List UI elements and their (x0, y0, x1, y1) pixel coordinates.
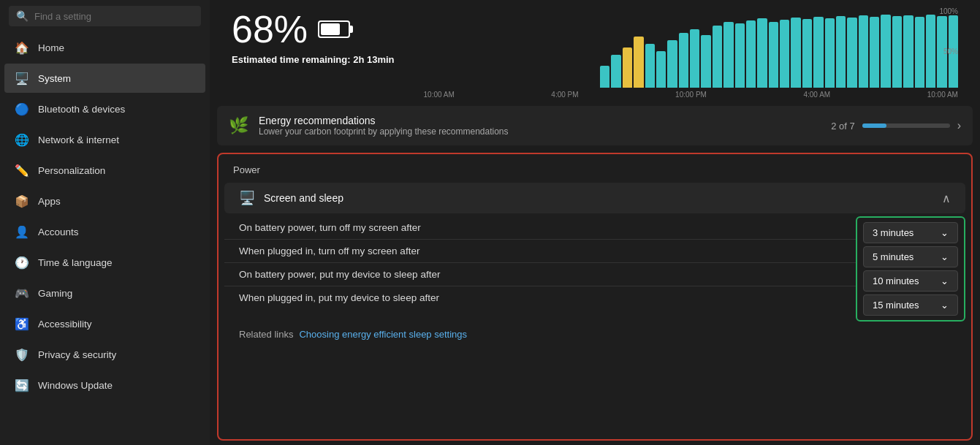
chart-bar-5 (656, 51, 666, 88)
battery-section: 68% Estimated time remaining: 2h 13min 1… (210, 0, 980, 106)
estimated-time: Estimated time remaining: 2h 13min (232, 54, 395, 65)
sidebar-item-system[interactable]: 🖥️ System (4, 64, 205, 93)
sidebar-item-time[interactable]: 🕐 Time & language (4, 248, 205, 277)
chart-y-label-50: 50% (943, 47, 958, 56)
dropdown-chevron-3: ⌄ (941, 275, 949, 286)
accessibility-icon: ♿ (15, 316, 29, 331)
chart-bar-3 (634, 37, 643, 88)
chart-bar-6 (667, 40, 677, 88)
energy-recommendations-row[interactable]: 🌿 Energy recommendations Lower your carb… (217, 106, 973, 145)
battery-screen-dropdown[interactable]: 3 minutes ⌄ (863, 222, 958, 243)
battery-sleep-dropdown[interactable]: 10 minutes ⌄ (863, 270, 958, 292)
chart-label-1: 10:00 AM (424, 91, 455, 99)
plugged-screen-dropdown-value: 5 minutes (873, 251, 913, 262)
apps-icon: 📦 (15, 194, 29, 208)
battery-screen-label: On battery power, turn off my screen aft… (239, 222, 841, 233)
system-icon: 🖥️ (15, 71, 29, 85)
sidebar-item-update[interactable]: 🔄 Windows Update (4, 370, 205, 400)
chart-label-4: 4:00 AM (803, 91, 830, 99)
energy-rec-right: 2 of 7 › (831, 119, 961, 132)
time-icon: 🕐 (15, 255, 29, 270)
sidebar-item-accounts[interactable]: 👤 Accounts (4, 217, 205, 246)
chart-bar-25 (881, 15, 890, 88)
chart-bar-11 (723, 22, 733, 88)
battery-percent-value: 68% (232, 7, 308, 51)
sidebar-item-label: Home (38, 42, 64, 53)
sidebar-item-label: Windows Update (38, 380, 113, 391)
chart-label-5: 10:00 AM (927, 91, 958, 99)
battery-chart-area: 100% 50% 10:00 AM 4:00 PM 10:00 PM 4:00 … (424, 7, 958, 99)
energy-rec-title: Energy recommendations (259, 115, 821, 126)
sidebar-item-network[interactable]: 🌐 Network & internet (4, 125, 205, 154)
energy-progress-bar (862, 123, 950, 128)
chart-bar-23 (859, 15, 868, 88)
chart-bar-28 (915, 17, 924, 88)
sidebar-item-personalization[interactable]: ✏️ Personalization (4, 156, 205, 185)
sidebar-item-label: Personalization (38, 165, 105, 176)
sleep-labels-column: On battery power, turn off my screen aft… (224, 216, 856, 322)
sidebar-item-label: Network & internet (38, 134, 119, 145)
privacy-icon: 🛡️ (15, 347, 29, 362)
sleep-options-container: On battery power, turn off my screen aft… (219, 213, 971, 350)
network-icon: 🌐 (15, 132, 29, 147)
sidebar: 🔍 🏠 Home 🖥️ System 🔵 Bluetooth & devices… (0, 0, 210, 445)
dropdown-chevron-1: ⌄ (941, 227, 949, 238)
sidebar-item-accessibility[interactable]: ♿ Accessibility (4, 309, 205, 338)
chart-bar-13 (746, 20, 756, 88)
sleep-row-battery-screen: On battery power, turn off my screen aft… (224, 216, 856, 240)
update-icon: 🔄 (15, 378, 29, 392)
plugged-sleep-dropdown-value: 15 minutes (873, 300, 919, 311)
chart-bar-12 (735, 23, 745, 88)
related-links-link[interactable]: Choosing energy efficient sleep settings (299, 329, 467, 340)
sidebar-item-apps[interactable]: 📦 Apps (4, 186, 205, 216)
screen-sleep-row[interactable]: 🖥️ Screen and sleep ∧ (224, 183, 965, 213)
accounts-icon: 👤 (15, 224, 29, 239)
chart-bar-21 (836, 16, 846, 88)
sidebar-item-home[interactable]: 🏠 Home (4, 33, 205, 62)
screen-sleep-label: Screen and sleep (264, 192, 933, 204)
search-box[interactable]: 🔍 (9, 6, 201, 26)
energy-count: 2 of 7 (831, 121, 855, 132)
battery-sleep-dropdown-value: 10 minutes (873, 275, 919, 286)
chart-bar-24 (870, 17, 879, 88)
related-links-label: Related links (239, 329, 293, 340)
sidebar-item-label: Bluetooth & devices (38, 104, 125, 115)
chart-bar-19 (813, 17, 823, 88)
main-content: 68% Estimated time remaining: 2h 13min 1… (210, 0, 980, 445)
sleep-row-plugged-screen: When plugged in, turn off my screen afte… (224, 240, 856, 263)
gaming-icon: 🎮 (15, 286, 29, 300)
search-input[interactable] (34, 11, 194, 22)
power-section: Power 🖥️ Screen and sleep ∧ On battery p… (217, 153, 973, 441)
chart-bar-0 (600, 66, 609, 88)
chart-label-3: 10:00 PM (675, 91, 707, 99)
energy-icon: 🌿 (229, 116, 248, 135)
battery-sleep-label: On battery power, put my device to sleep… (239, 269, 841, 280)
chart-bar-10 (713, 26, 722, 88)
chart-bar-16 (780, 20, 789, 88)
sidebar-item-bluetooth[interactable]: 🔵 Bluetooth & devices (4, 94, 205, 123)
dropdowns-highlighted-container: 3 minutes ⌄ 5 minutes ⌄ 10 minutes ⌄ 15 … (856, 216, 965, 322)
sidebar-item-label: Time & language (38, 257, 113, 268)
energy-rec-text: Energy recommendations Lower your carbon… (259, 115, 821, 137)
battery-percent-display: 68% (232, 7, 395, 51)
chart-bar-27 (903, 15, 913, 88)
sidebar-item-gaming[interactable]: 🎮 Gaming (4, 278, 205, 308)
chart-label-2: 4:00 PM (551, 91, 578, 99)
sidebar-item-label: Accounts (38, 227, 79, 237)
sidebar-item-label: Gaming (38, 288, 72, 299)
chart-bar-1 (611, 55, 620, 88)
chart-x-labels: 10:00 AM 4:00 PM 10:00 PM 4:00 AM 10:00 … (424, 91, 958, 99)
chart-bar-4 (645, 44, 655, 88)
plugged-sleep-dropdown[interactable]: 15 minutes ⌄ (863, 294, 958, 316)
battery-screen-dropdown-value: 3 minutes (873, 227, 913, 238)
dropdown-chevron-4: ⌄ (941, 300, 949, 311)
energy-rec-subtitle: Lower your carbon footprint by applying … (259, 126, 821, 137)
personalization-icon: ✏️ (15, 163, 29, 178)
bar-chart (600, 15, 958, 88)
chevron-right-icon: › (957, 119, 961, 132)
plugged-sleep-label: When plugged in, put my device to sleep … (239, 292, 841, 303)
plugged-screen-dropdown[interactable]: 5 minutes ⌄ (863, 246, 958, 267)
chart-bar-17 (791, 18, 800, 88)
sidebar-item-privacy[interactable]: 🛡️ Privacy & security (4, 340, 205, 369)
power-section-title: Power (219, 161, 971, 183)
